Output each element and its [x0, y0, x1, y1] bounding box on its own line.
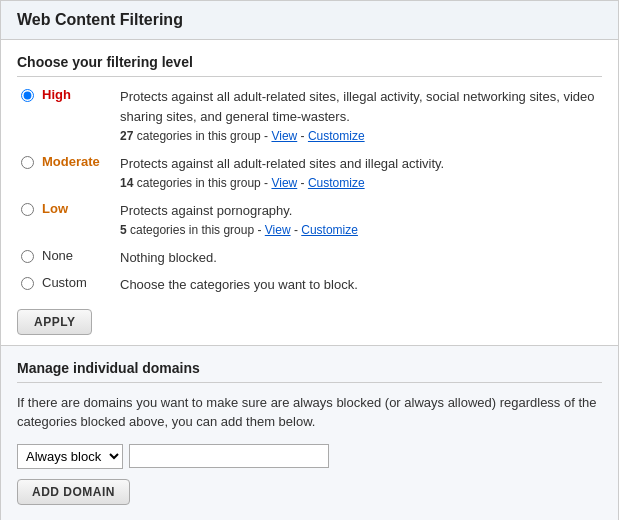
filter-customize-link-moderate[interactable]: Customize	[308, 176, 365, 190]
filter-desc-low: Protects against pornography. 5 categori…	[120, 201, 358, 240]
filter-row-custom: Custom Choose the categories you want to…	[21, 275, 602, 295]
filter-meta-low: 5 categories in this group - View - Cust…	[120, 223, 358, 237]
filter-label-moderate[interactable]: Moderate	[42, 154, 112, 169]
filtering-section-header: Choose your filtering level	[17, 54, 602, 77]
filter-meta-high: 27 categories in this group - View - Cus…	[120, 129, 365, 143]
manage-description: If there are domains you want to make su…	[17, 393, 602, 432]
add-domain-button[interactable]: ADD DOMAIN	[17, 479, 130, 505]
filter-desc-none: Nothing blocked.	[120, 248, 217, 268]
filter-radio-moderate[interactable]	[21, 156, 34, 169]
filter-view-link-low[interactable]: View	[265, 223, 291, 237]
page-container: Web Content Filtering Choose your filter…	[0, 0, 619, 520]
domain-action-select[interactable]: Always block Always allow	[17, 444, 123, 469]
filter-radio-high[interactable]	[21, 89, 34, 102]
filter-view-link-moderate[interactable]: View	[271, 176, 297, 190]
filter-label-custom[interactable]: Custom	[42, 275, 112, 290]
filter-row-low: Low Protects against pornography. 5 cate…	[21, 201, 602, 240]
filter-row-none: None Nothing blocked.	[21, 248, 602, 268]
manage-section-header: Manage individual domains	[17, 360, 602, 383]
filtering-section: Choose your filtering level High Protect…	[1, 40, 618, 345]
filter-label-low[interactable]: Low	[42, 201, 112, 216]
filter-radio-none[interactable]	[21, 250, 34, 263]
filter-row-high: High Protects against all adult-related …	[21, 87, 602, 146]
filter-customize-link-high[interactable]: Customize	[308, 129, 365, 143]
filter-desc-moderate: Protects against all adult-related sites…	[120, 154, 444, 193]
domain-input[interactable]	[129, 444, 329, 468]
filter-label-high[interactable]: High	[42, 87, 112, 102]
filter-radio-custom[interactable]	[21, 277, 34, 290]
filter-desc-high: Protects against all adult-related sites…	[120, 87, 602, 146]
apply-button[interactable]: APPLY	[17, 309, 92, 335]
domain-row: Always block Always allow	[17, 444, 602, 469]
page-title: Web Content Filtering	[1, 1, 618, 40]
filter-radio-low[interactable]	[21, 203, 34, 216]
filter-view-link-high[interactable]: View	[271, 129, 297, 143]
filter-customize-link-low[interactable]: Customize	[301, 223, 358, 237]
filter-desc-custom: Choose the categories you want to block.	[120, 275, 358, 295]
filter-label-none[interactable]: None	[42, 248, 112, 263]
filter-row-moderate: Moderate Protects against all adult-rela…	[21, 154, 602, 193]
filter-meta-moderate: 14 categories in this group - View - Cus…	[120, 176, 365, 190]
filter-options: High Protects against all adult-related …	[21, 87, 602, 295]
manage-section: Manage individual domains If there are d…	[1, 346, 618, 521]
